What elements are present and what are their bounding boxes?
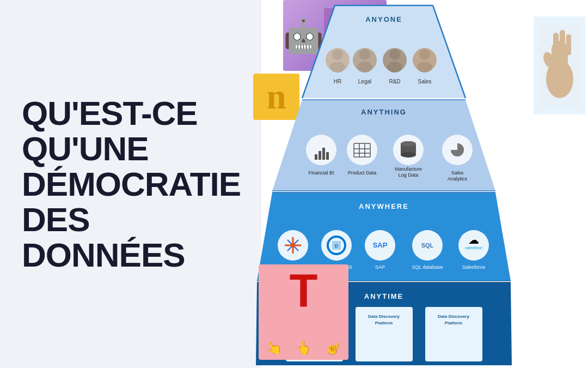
svg-point-22: [330, 62, 345, 73]
card3-label: Data Discovery: [438, 314, 469, 319]
svg-point-42: [401, 152, 416, 158]
svg-text:salesforce: salesforce: [465, 246, 482, 250]
label-hr: HR: [334, 79, 341, 85]
svg-point-21: [332, 49, 343, 60]
svg-point-28: [417, 62, 432, 73]
svg-text:SQL: SQL: [421, 242, 434, 249]
label-analytics: Analytics: [448, 176, 468, 182]
svg-rect-15: [560, 30, 565, 55]
tier-anything-label: ANYTHING: [361, 108, 407, 116]
label-rd: R&D: [389, 79, 400, 85]
svg-rect-31: [315, 154, 317, 160]
label-sales-person: Sales: [418, 79, 431, 85]
svg-point-23: [359, 49, 370, 60]
label-manufacture: Manufacture: [395, 166, 422, 172]
svg-rect-34: [326, 152, 329, 160]
label-legal: Legal: [358, 79, 371, 85]
svg-point-26: [387, 62, 402, 73]
label-product-data: Product Data: [348, 170, 377, 176]
left-section: QU'EST-CE QU'UNE DÉMOCRATIE DES DONNÉES: [0, 0, 261, 368]
label-salesforce: Salesforce: [462, 264, 486, 270]
svg-text:SAP: SAP: [373, 241, 388, 249]
svg-rect-33: [322, 148, 325, 160]
label-sql: SQL database: [412, 264, 443, 270]
card2-label2: Platform: [375, 321, 393, 325]
tier-anyone-label: ANYONE: [365, 15, 402, 23]
right-section: n ANYONE HR Legal: [250, 0, 588, 368]
svg-point-27: [419, 49, 430, 60]
title-line2: DÉMOCRATIE DES: [22, 166, 261, 237]
svg-point-50: [291, 243, 295, 248]
big-t-letter: T: [290, 267, 318, 313]
svg-rect-14: [553, 33, 559, 55]
svg-point-43: [401, 141, 416, 147]
svg-text:☁: ☁: [468, 234, 479, 246]
svg-point-25: [389, 49, 400, 60]
label-sales-analytics: Sales: [451, 170, 464, 176]
card2-label: Data Discovery: [368, 314, 400, 319]
tier-anywhere-label: ANYWHERE: [359, 202, 409, 210]
pointing-fingers: 👆 👆 ☝: [259, 340, 348, 355]
svg-rect-32: [318, 151, 321, 160]
svg-rect-16: [566, 34, 571, 55]
icon-product-bg: [347, 135, 377, 165]
title-line1: QU'EST-CE QU'UNE: [22, 95, 261, 166]
label-sap: SAP: [375, 264, 385, 270]
hand-svg-top: [538, 25, 581, 106]
title-line3: DONNÉES: [22, 237, 261, 273]
label-logdata: Log Data: [399, 172, 419, 178]
svg-point-24: [357, 62, 372, 73]
hand-decoration-top: [534, 16, 585, 114]
label-financial-bi: Financial BI: [308, 170, 334, 176]
card3-label2: Platform: [445, 321, 462, 325]
main-title: QU'EST-CE QU'UNE DÉMOCRATIE DES DONNÉES: [22, 95, 261, 273]
svg-text:D: D: [335, 243, 339, 249]
letter-t-decoration: T 👆 👆 ☝: [259, 264, 348, 360]
icon-financial-bg: [306, 135, 336, 165]
tier-anytime-label: ANYTIME: [364, 292, 404, 300]
